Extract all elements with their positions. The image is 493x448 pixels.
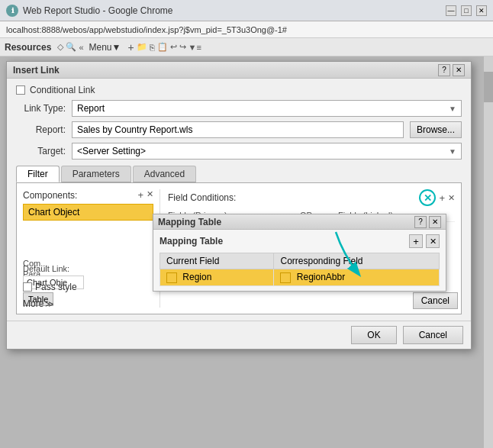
fc-label: Field Conditions: (168, 192, 236, 203)
link-type-arrow: ▼ (449, 105, 456, 113)
folder-icon[interactable]: 📁 (137, 42, 147, 52)
browse-button[interactable]: Browse... (410, 121, 462, 138)
mapping-subtitle: Mapping Table (160, 236, 223, 247)
link-type-value: Report (77, 103, 105, 114)
side-scrollbar[interactable] (484, 56, 493, 448)
tabs-container: Filter Parameters Advanced (16, 166, 462, 182)
default-link-label: Default Link: (23, 264, 69, 273)
mapping-subtitle-row: Mapping Table + ✕ (160, 234, 440, 248)
menu-button[interactable]: Menu▼ (89, 42, 121, 53)
link-type-label: Link Type: (16, 103, 66, 114)
cancel-side-label: Cancel (421, 295, 450, 306)
tab-content: Components: + ✕ Chart Object Com... Para… (16, 182, 462, 314)
more-label[interactable]: More (23, 298, 44, 309)
browser-icon: ℹ (6, 5, 18, 17)
mapping-col2-header: Corresponding Field (274, 253, 440, 269)
filter-icon[interactable]: ▼≡ (188, 43, 201, 52)
mapping-title-icons: ? ✕ (414, 216, 441, 228)
mapping-table-dialog: Mapping Table ? ✕ Mapping Table (153, 214, 446, 292)
report-label: Report: (16, 124, 66, 135)
component-item[interactable]: Chart Object (23, 204, 153, 221)
nav-up-icon[interactable]: ◇ (57, 42, 63, 52)
browser-titlebar: ℹ Web Report Studio - Google Chrome — □ … (0, 0, 493, 21)
cancel-button[interactable]: Cancel (403, 326, 463, 344)
target-select[interactable]: <Server Setting> ▼ (72, 143, 462, 160)
mapping-actions: + ✕ (409, 234, 440, 248)
search-icon[interactable]: 🔍 (66, 42, 76, 52)
browser-title: Web Report Studio - Google Chrome (23, 5, 173, 16)
mapping-titlebar: Mapping Table ? ✕ (153, 214, 446, 230)
target-arrow: ▼ (449, 147, 456, 156)
mapping-current-field: Region (160, 269, 274, 286)
components-add-icon[interactable]: + (137, 189, 143, 201)
dialog-close-icon[interactable]: ✕ (453, 64, 465, 76)
mapping-help-icon[interactable]: ? (414, 216, 427, 228)
current-field-icon (166, 272, 177, 283)
pass-style-section: Pass style (23, 282, 77, 292)
corresponding-field-value: RegionAbbr (297, 272, 345, 282)
mapping-row-0[interactable]: Region RegionAbbr (160, 269, 440, 286)
components-remove-icon[interactable]: ✕ (147, 189, 153, 201)
add-icon[interactable]: + (127, 41, 134, 53)
fc-remove-icon[interactable]: ✕ (448, 193, 455, 203)
target-label: Target: (16, 146, 66, 156)
address-bar: localhost:8888/webos/app/webstudio/index… (0, 21, 493, 38)
copy-icon[interactable]: ⎘ (150, 43, 155, 52)
mapping-add-button[interactable]: + (409, 234, 423, 248)
redo-icon[interactable]: ↪ (179, 42, 186, 52)
dialog-bottom: OK Cancel (7, 321, 471, 349)
mapping-remove-button[interactable]: ✕ (426, 234, 440, 248)
scroll-thumb[interactable] (484, 72, 493, 102)
more-icon: ≫ (45, 299, 54, 309)
current-field-value: Region (182, 272, 211, 282)
fc-add-icon[interactable]: + (439, 192, 445, 204)
ok-button[interactable]: OK (351, 326, 396, 344)
components-actions: + ✕ (137, 189, 153, 201)
undo-icon[interactable]: ↩ (170, 42, 177, 52)
mapping-body: Mapping Table + ✕ Current (153, 230, 446, 291)
close-button[interactable]: ✕ (476, 5, 487, 16)
toolbar-nav: ◇ 🔍 « Menu▼ + 📁 ⎘ 📋 ↩ ↪ ▼≡ (57, 41, 201, 53)
nav-back-icon[interactable]: « (79, 43, 83, 52)
more-section: More ≫ (23, 298, 54, 309)
mapping-table: Current Field Corresponding Field (160, 253, 440, 286)
default-link-row: Default Link: (23, 264, 122, 273)
tab-parameters[interactable]: Parameters (61, 166, 131, 182)
fc-actions: ✕ + ✕ (419, 189, 455, 206)
tab-filter[interactable]: Filter (16, 166, 60, 182)
tab-advanced[interactable]: Advanced (133, 166, 196, 182)
cancel-side-button[interactable]: Cancel (413, 292, 458, 309)
pass-style-checkbox[interactable] (23, 282, 32, 292)
insert-link-dialog: Insert Link ? ✕ Conditional Link Link Ty… (6, 61, 472, 350)
components-header: Components: + ✕ (23, 189, 153, 201)
target-value: <Server Setting> (77, 146, 146, 156)
mapping-corresponding-field: RegionAbbr (274, 269, 440, 286)
dialog-title: Insert Link (13, 65, 60, 76)
dialog-help-icon[interactable]: ? (438, 64, 450, 76)
dialog-title-icons: ? ✕ (438, 64, 465, 76)
conditional-link-row: Conditional Link (16, 85, 462, 95)
corresponding-field-icon (280, 272, 291, 283)
mapping-title: Mapping Table (158, 217, 221, 227)
minimize-button[interactable]: — (446, 5, 456, 16)
fc-close-circle[interactable]: ✕ (419, 189, 436, 206)
link-type-select[interactable]: Report ▼ (72, 100, 462, 117)
pass-style-label: Pass style (35, 282, 77, 292)
fc-header: Field Conditions: ✕ + ✕ (168, 189, 455, 206)
address-text: localhost:8888/webos/app/webstudio/index… (6, 25, 287, 34)
conditional-link-label: Conditional Link (30, 85, 95, 95)
field-conditions-panel: Field Conditions: ✕ + ✕ Fields (Primary)… (160, 189, 455, 308)
paste-icon[interactable]: 📋 (157, 42, 168, 52)
mapping-col1-header: Current Field (160, 253, 274, 269)
link-type-row: Link Type: Report ▼ (16, 100, 462, 117)
components-label: Components: (23, 190, 77, 201)
report-row: Report: Browse... (16, 121, 462, 138)
window-controls: — □ ✕ (446, 5, 487, 16)
conditional-link-checkbox[interactable] (16, 85, 25, 95)
dialog-titlebar: Insert Link ? ✕ (7, 62, 471, 79)
maximize-button[interactable]: □ (461, 5, 472, 16)
report-input[interactable] (72, 121, 404, 138)
resources-label: Resources (5, 42, 51, 53)
mapping-close-icon[interactable]: ✕ (429, 216, 441, 228)
target-row: Target: <Server Setting> ▼ (16, 143, 462, 160)
